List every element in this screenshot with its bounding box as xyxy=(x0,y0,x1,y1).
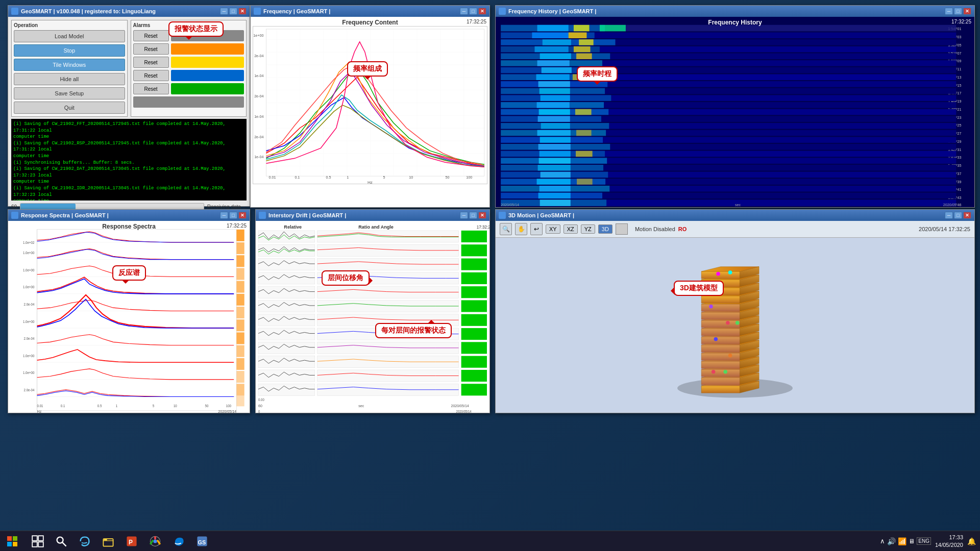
taskbar-taskview[interactable] xyxy=(27,532,49,550)
hide-all-button[interactable]: Hide all xyxy=(14,73,125,85)
svg-rect-185 xyxy=(461,231,487,242)
svg-rect-67 xyxy=(542,67,572,73)
tray-network[interactable]: 🖥 xyxy=(909,538,915,545)
svg-rect-294 xyxy=(32,542,37,547)
taskbar-clock[interactable]: 17:33 14/05/2020 xyxy=(935,534,963,548)
notification-area[interactable]: 🔔 xyxy=(963,537,980,545)
search-icon xyxy=(55,535,67,547)
freq-content-callout: 频率组成 xyxy=(347,61,388,77)
svg-rect-293 xyxy=(38,536,43,541)
freq-hist-controls: ─ □ ✕ xyxy=(945,8,971,15)
freq-close[interactable]: ✕ xyxy=(478,8,486,15)
drift-title: Interstory Drift | GeoSMART | xyxy=(268,212,458,218)
freq-maximize[interactable]: □ xyxy=(469,8,477,15)
freq-minimize[interactable]: ─ xyxy=(460,8,468,15)
svg-point-296 xyxy=(57,537,63,543)
freq-hist-plot-title: Frequency History xyxy=(708,19,762,26)
frequency-window: Frequency | GeoSMART | ─ □ ✕ Frequency C… xyxy=(250,5,490,208)
svg-rect-168 xyxy=(236,268,244,280)
taskbar-ppt[interactable]: P xyxy=(120,532,143,550)
load-model-button[interactable]: Load Model xyxy=(14,30,125,42)
taskbar-edge[interactable] xyxy=(74,532,96,550)
svg-text:1e-04: 1e-04 xyxy=(254,74,263,78)
drift-controls: ─ □ ✕ xyxy=(460,212,486,219)
resp-spectra-callout: 反应谱 xyxy=(112,265,146,281)
svg-rect-49 xyxy=(569,32,587,38)
svg-marker-286 xyxy=(701,271,740,279)
freq-hist-title: Frequency History | GeoSMART | xyxy=(508,8,943,14)
save-setup-button[interactable]: Save Setup xyxy=(14,87,125,99)
quit-button[interactable]: Quit xyxy=(14,102,125,114)
taskbar-chrome[interactable] xyxy=(144,532,166,550)
alarm-reset-2[interactable]: Reset xyxy=(133,43,169,55)
taskbar-explorer[interactable] xyxy=(97,532,119,550)
color-picker[interactable] xyxy=(616,223,628,235)
svg-rect-177 xyxy=(236,384,244,395)
resp-title: Response Spectra | GeoSMART | xyxy=(21,212,218,218)
start-button[interactable] xyxy=(0,531,24,552)
taskbar-geosmart[interactable]: GS xyxy=(191,532,213,550)
svg-marker-236 xyxy=(701,386,740,393)
resp-minimize[interactable]: ─ xyxy=(220,212,228,219)
drift-minimize[interactable]: ─ xyxy=(460,212,468,219)
motion3d-close[interactable]: ✕ xyxy=(963,212,971,219)
tool-zoom[interactable]: 🔍 xyxy=(500,223,512,235)
freq-hist-titlebar[interactable]: Frequency History | GeoSMART | ─ □ ✕ xyxy=(496,6,974,17)
alarm-reset-3[interactable]: Reset xyxy=(133,57,169,68)
svg-text:50: 50 xyxy=(205,404,209,408)
view-3d[interactable]: 3D xyxy=(598,224,612,234)
svg-rect-173 xyxy=(236,332,244,344)
drift-content: Relative Ratio and Angle 17:32:25 0.00 xyxy=(256,221,489,413)
taskbar-edge2[interactable] xyxy=(167,532,190,550)
progress-label: Receiving data ... xyxy=(207,204,247,210)
tile-windows-button[interactable]: Tile Windows xyxy=(14,59,125,71)
svg-text:60: 60 xyxy=(258,404,262,408)
tool-rotate[interactable]: ↩ xyxy=(530,223,543,235)
main-ctrl-title: GeoSMART | v100.048 | registered to: Lin… xyxy=(21,8,218,14)
tray-keyboard[interactable]: ENG xyxy=(917,537,931,545)
freq-hist-minimize[interactable]: ─ xyxy=(945,8,953,15)
tray-speaker[interactable]: 🔊 xyxy=(887,537,896,545)
freq-hist-maximize[interactable]: □ xyxy=(954,8,962,15)
svg-text:Relative: Relative xyxy=(284,224,302,230)
freq-hist-content: Frequency History 17:32:25 1:54F01 1:53F… xyxy=(496,17,974,207)
resp-maximize[interactable]: □ xyxy=(229,212,237,219)
svg-rect-96 xyxy=(537,130,571,136)
stop-button[interactable]: Stop xyxy=(14,44,125,57)
resp-titlebar[interactable]: Response Spectra | GeoSMART | ─ □ ✕ xyxy=(8,210,250,221)
freq-titlebar[interactable]: Frequency | GeoSMART | ─ □ ✕ xyxy=(251,6,489,17)
drift-close[interactable]: ✕ xyxy=(478,212,486,219)
svg-rect-172 xyxy=(236,319,244,331)
motion3d-minimize[interactable]: ─ xyxy=(945,212,953,219)
svg-text:1.0e+00: 1.0e+00 xyxy=(23,319,35,323)
svg-rect-61 xyxy=(576,53,592,59)
svg-text:2e-04: 2e-04 xyxy=(254,94,263,98)
svg-rect-45 xyxy=(600,25,626,32)
alarm-reset-4[interactable]: Reset xyxy=(133,70,169,81)
freq-hist-close[interactable]: ✕ xyxy=(963,8,971,15)
alarm-status-callout: 报警状态显示 xyxy=(168,21,224,37)
drift-titlebar[interactable]: Interstory Drift | GeoSMART | ─ □ ✕ xyxy=(256,210,489,221)
main-ctrl-titlebar[interactable]: GeoSMART | v100.048 | registered to: Lin… xyxy=(8,6,250,17)
view-yz[interactable]: YZ xyxy=(581,224,595,234)
motion3d-titlebar[interactable]: 3D Motion | GeoSMART | ─ □ ✕ xyxy=(496,210,974,221)
tray-wifi[interactable]: 📶 xyxy=(898,537,906,545)
svg-rect-113 xyxy=(538,165,571,171)
taskbar-search[interactable] xyxy=(50,532,72,550)
maximize-button[interactable]: □ xyxy=(229,8,237,15)
view-xz[interactable]: XZ xyxy=(564,224,578,234)
drift-maximize[interactable]: □ xyxy=(469,212,477,219)
alarm-reset-1[interactable]: Reset xyxy=(133,30,169,41)
svg-rect-103 xyxy=(538,144,571,150)
svg-text:1.0e+02: 1.0e+02 xyxy=(23,241,35,244)
motion3d-maximize[interactable]: □ xyxy=(954,212,962,219)
tray-chevron[interactable]: ∧ xyxy=(880,537,885,545)
close-button[interactable]: ✕ xyxy=(238,8,247,15)
edge-icon xyxy=(79,535,91,547)
view-xy[interactable]: XY xyxy=(546,224,560,234)
alarm-reset-5[interactable]: Reset xyxy=(133,83,169,94)
minimize-button[interactable]: ─ xyxy=(220,8,228,15)
tool-hand[interactable]: ✋ xyxy=(515,223,527,235)
resp-close[interactable]: ✕ xyxy=(238,212,247,219)
resp-plot-title: Response Spectra xyxy=(102,223,156,230)
